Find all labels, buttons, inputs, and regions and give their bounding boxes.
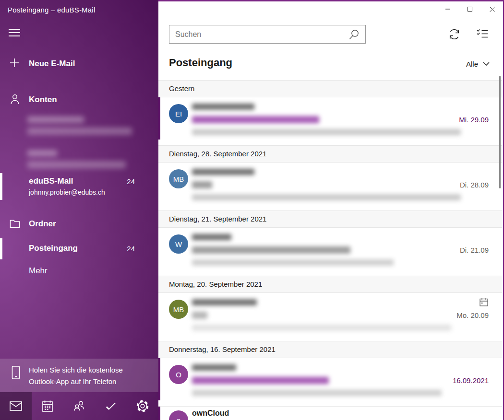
people-icon [73, 400, 85, 412]
redacted-preview [192, 129, 461, 135]
group-header: Montag, 20. September 2021 [158, 276, 502, 293]
redacted-subject [192, 246, 350, 254]
redacted-subject [192, 181, 212, 188]
folders-label: Ordner [29, 219, 56, 229]
nav-todo-button[interactable] [95, 392, 127, 420]
hamburger-menu-icon[interactable] [9, 29, 20, 38]
sync-button[interactable] [448, 28, 461, 41]
email-list: Gestern EI Mi. 29.09 Dienstag, 28. Septe… [158, 80, 502, 420]
redacted-sender [192, 234, 231, 240]
gear-icon [136, 399, 149, 413]
sync-icon [448, 28, 461, 41]
promo-text: Holen Sie sich die kostenlose Outlook-Ap… [29, 364, 123, 387]
account-name: eduBS-Mail [29, 176, 73, 186]
filter-dropdown[interactable]: Alle [466, 60, 490, 68]
unread-indicator [158, 358, 160, 400]
mail-app-window: Posteingang – eduBS-Mail Neue E-Mail Kon… [0, 0, 504, 420]
account-email: johnny.probier@edubs.ch [29, 188, 105, 196]
avatar: o [169, 410, 188, 420]
search-placeholder: Suchen [175, 30, 348, 39]
email-row[interactable]: O 16.09.2021 [158, 358, 502, 406]
redacted-preview [192, 325, 451, 331]
email-row[interactable]: o ownCloud [158, 406, 502, 420]
redacted-account-name[interactable] [27, 117, 84, 123]
meeting-calendar-icon [479, 297, 489, 307]
email-row[interactable]: MB Mo. 20.09 [158, 293, 502, 341]
main-pane: Suchen Posteingang Alle [158, 0, 504, 420]
redacted-sender [192, 299, 257, 305]
sidebar-item-inbox[interactable]: Posteingang 24 [0, 242, 158, 255]
nav-mail-button[interactable] [0, 392, 32, 420]
sidebar-item-more[interactable]: Mehr [0, 265, 158, 277]
search-input[interactable]: Suchen [169, 25, 366, 44]
folders-header[interactable]: Ordner [0, 217, 158, 231]
nav-settings-button[interactable] [127, 392, 158, 420]
selection-mode-button[interactable] [476, 28, 489, 39]
plus-icon [10, 58, 19, 68]
window-title: Posteingang – eduBS-Mail [8, 6, 95, 14]
nav-people-button[interactable] [63, 392, 95, 420]
mail-icon [10, 401, 22, 411]
calendar-icon [42, 400, 53, 412]
inbox-label: Posteingang [29, 244, 78, 253]
outlook-promo-banner[interactable]: Holen Sie sich die kostenlose Outlook-Ap… [0, 359, 158, 392]
new-mail-button[interactable]: Neue E-Mail [0, 57, 158, 71]
email-sender: ownCloud [192, 409, 229, 418]
redacted-subject [192, 116, 319, 123]
chevron-down-icon [483, 62, 490, 66]
page-title: Posteingang [169, 57, 232, 69]
maximize-button[interactable] [459, 1, 481, 17]
person-icon [10, 93, 20, 105]
close-button[interactable] [481, 1, 503, 17]
folder-icon [10, 219, 20, 228]
filter-label: Alle [466, 60, 478, 68]
avatar: EI [169, 104, 188, 123]
group-header: Gestern [158, 80, 502, 97]
email-date: Mi. 29.09 [459, 116, 489, 124]
unread-indicator [158, 407, 160, 420]
sidebar-item-account-edubs[interactable]: eduBS-Mail 24 [0, 175, 158, 187]
email-date: Mo. 20.09 [456, 311, 489, 319]
nav-calendar-button[interactable] [32, 392, 63, 420]
redacted-sender [192, 104, 254, 110]
inbox-unread-count: 24 [127, 245, 135, 253]
redacted-subject [192, 312, 207, 319]
search-icon[interactable] [348, 29, 360, 40]
email-date: Di. 28.09 [460, 181, 489, 189]
redacted-account-email [27, 161, 126, 168]
select-list-icon [476, 28, 489, 39]
redacted-account-name[interactable] [27, 150, 57, 156]
redacted-account-email [27, 128, 132, 135]
accounts-label: Konten [29, 95, 57, 105]
unread-indicator [158, 97, 160, 140]
window-controls [437, 1, 503, 17]
group-header: Dienstag, 28. September 2021 [158, 145, 502, 163]
email-row[interactable]: EI Mi. 29.09 [158, 97, 502, 145]
avatar: MB [169, 300, 188, 319]
accounts-header[interactable]: Konten [0, 93, 158, 107]
redacted-subject [192, 377, 329, 384]
redacted-sender [192, 169, 254, 175]
more-label: Mehr [29, 266, 48, 276]
redacted-preview [192, 259, 394, 266]
email-date: Di. 21.09 [460, 246, 489, 254]
group-header: Donnerstag, 16. September 2021 [158, 341, 502, 358]
email-row[interactable]: W Di. 21.09 [158, 228, 502, 276]
group-header: Dienstag, 21. September 2021 [158, 210, 502, 228]
minimize-button[interactable] [437, 1, 459, 17]
redacted-sender [192, 364, 236, 371]
account-unread-count: 24 [127, 177, 135, 186]
sidebar: Posteingang – eduBS-Mail Neue E-Mail Kon… [0, 0, 158, 420]
scrollbar-thumb[interactable] [499, 76, 501, 188]
avatar: O [169, 365, 188, 384]
email-date: 16.09.2021 [453, 376, 489, 385]
new-mail-label: Neue E-Mail [29, 59, 75, 69]
avatar: MB [169, 169, 188, 188]
email-row[interactable]: MB Di. 28.09 [158, 163, 502, 210]
bottom-navbar [0, 392, 158, 420]
checkmark-icon [105, 401, 117, 411]
redacted-preview [192, 390, 442, 396]
redacted-preview [192, 194, 461, 200]
phone-icon [11, 365, 21, 381]
avatar: W [169, 234, 188, 254]
